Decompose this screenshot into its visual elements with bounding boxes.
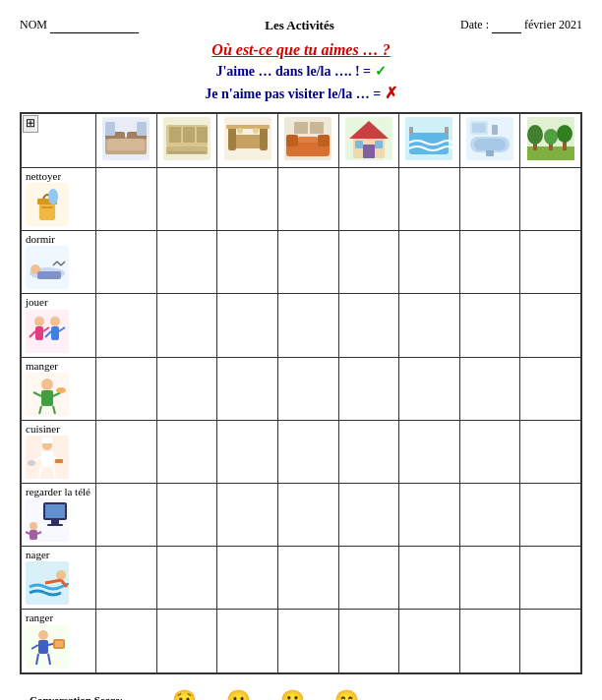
table-cell[interactable] [399,168,460,231]
table-cell[interactable] [520,610,581,672]
table-cell[interactable] [96,610,157,672]
table-cell[interactable] [399,231,460,294]
table-cell[interactable] [156,547,217,610]
svg-rect-37 [445,127,449,135]
table-cell[interactable] [399,547,460,610]
table-row: nettoyer [22,168,581,231]
table-cell[interactable] [96,547,157,610]
svg-point-20 [253,128,259,134]
table-cell[interactable] [338,610,399,672]
table-cell[interactable] [277,483,338,546]
svg-rect-96 [47,524,63,526]
table-cell[interactable] [217,610,278,672]
instruction-line1: Où est-ce que tu aimes … ? [20,41,582,59]
table-cell[interactable] [399,294,460,357]
table-cell[interactable] [96,168,157,231]
svg-point-57 [48,189,58,204]
table-cell[interactable] [459,294,520,357]
table-cell[interactable] [338,231,399,294]
table-cell[interactable] [338,168,399,231]
table-cell[interactable] [277,610,338,672]
svg-rect-89 [55,459,63,463]
table-cell[interactable] [399,420,460,483]
table-cell[interactable] [459,610,520,672]
activity-label-1: dormir [22,231,96,294]
table-cell[interactable] [399,610,460,672]
table-cell[interactable] [277,294,338,357]
table-cell[interactable] [217,420,278,483]
activity-icon-5 [26,498,91,544]
activity-icon-0 [26,183,91,228]
room-cell-5 [338,114,399,168]
table-cell[interactable] [399,357,460,420]
svg-rect-6 [137,122,147,136]
table-cell[interactable] [520,420,581,483]
emoji-3: 🙂 [266,688,320,701]
emoji-row: Conversation Score: 😟 😐 🙂 😄 [30,688,572,701]
table-cell[interactable] [96,231,157,294]
table-cell[interactable] [96,483,157,546]
svg-rect-9 [169,127,181,143]
table-cell[interactable] [338,294,399,357]
table-cell[interactable] [520,357,581,420]
table-cell[interactable] [156,483,217,546]
table-cell[interactable] [338,547,399,610]
table-cell[interactable] [277,168,338,231]
table-cell[interactable] [459,547,520,610]
table-cell[interactable] [96,294,157,357]
svg-rect-84 [42,438,52,443]
svg-point-50 [544,129,558,145]
cross-icon: ✗ [385,85,397,101]
diningroom-icon [224,117,271,160]
table-cell[interactable] [96,420,157,483]
table-cell[interactable] [217,231,278,294]
table-cell[interactable] [156,294,217,357]
livingroom-icon [284,117,331,160]
table-cell[interactable] [156,357,217,420]
table-cell[interactable] [217,483,278,546]
table-cell[interactable] [217,357,278,420]
table-cell[interactable] [459,357,520,420]
nom-label: NOM [20,18,47,31]
table-cell[interactable] [459,231,520,294]
add-row-button[interactable]: ⊞ [23,115,38,133]
table-cell[interactable] [277,231,338,294]
svg-rect-107 [38,640,48,654]
table-cell[interactable] [277,420,338,483]
svg-rect-61 [37,271,61,279]
table-cell[interactable] [96,357,157,420]
table-cell[interactable] [277,357,338,420]
table-cell[interactable] [520,483,581,546]
date-suffix: février 2021 [524,18,582,31]
table-cell[interactable] [156,420,217,483]
table-cell[interactable] [520,294,581,357]
table-cell[interactable] [520,231,581,294]
table-cell[interactable] [277,547,338,610]
table-cell[interactable] [338,483,399,546]
table-cell[interactable] [459,483,520,546]
table-cell[interactable] [217,168,278,231]
svg-rect-56 [41,206,53,208]
table-cell[interactable] [459,168,520,231]
svg-rect-24 [318,135,330,146]
header: NOM Les Activités Date : février 2021 [20,18,582,33]
svg-point-52 [557,125,572,143]
date-line [492,18,521,33]
table-row: dormir [22,231,581,294]
title: Les Activités [265,18,333,33]
table-cell[interactable] [459,420,520,483]
table-cell[interactable] [217,294,278,357]
activity-label-7: ranger [22,610,96,672]
svg-rect-98 [30,530,37,540]
table-cell[interactable] [156,231,217,294]
table-cell[interactable] [520,547,581,610]
table-cell[interactable] [338,357,399,420]
table-cell[interactable] [520,168,581,231]
svg-rect-65 [26,310,69,353]
table-cell[interactable] [399,483,460,546]
svg-rect-16 [228,127,236,150]
table-cell[interactable] [156,610,217,672]
table-cell[interactable] [338,420,399,483]
table-cell[interactable] [156,168,217,231]
table-cell[interactable] [217,547,278,610]
